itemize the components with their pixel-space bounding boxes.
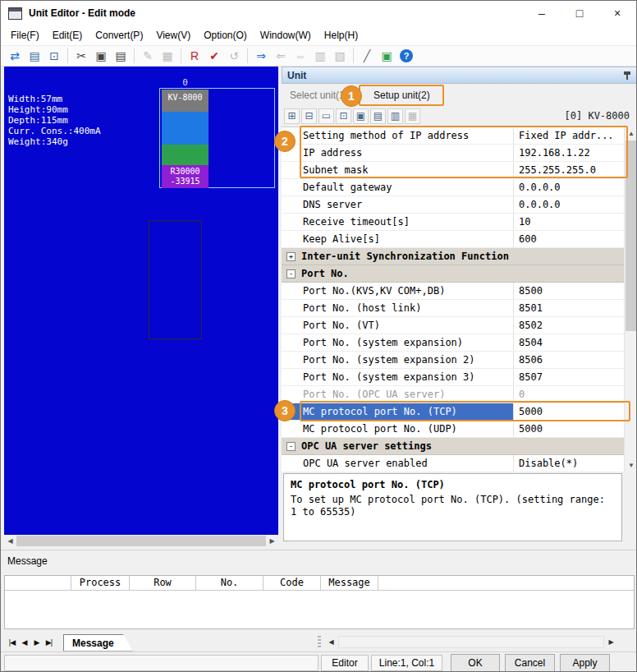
property-row[interactable]: Port No. (system expansion)8504 <box>282 334 624 352</box>
property-name[interactable]: Port No.(KVS,KV COM+,DB) <box>282 283 514 299</box>
minimize-button[interactable]: – <box>523 1 561 25</box>
register-comment-icon[interactable]: R <box>186 47 204 65</box>
property-group-row[interactable]: -OPC UA server settings <box>282 438 624 455</box>
unit-editor-icon[interactable]: ⇄ <box>6 47 24 65</box>
property-name[interactable]: Port No. (host link) <box>282 300 514 316</box>
message-column-header[interactable]: Process <box>71 576 130 590</box>
property-row[interactable]: Port No.(KVS,KV COM+,DB)8500 <box>282 283 624 300</box>
menu-file[interactable]: File(F) <box>4 27 46 44</box>
cancel-button[interactable]: Cancel <box>505 654 555 672</box>
menu-view[interactable]: View(V) <box>149 27 197 44</box>
property-name[interactable]: Port No. (system expansion 2) <box>282 352 514 368</box>
cut-icon[interactable]: ✂ <box>72 47 90 65</box>
hscrollbar-thumb[interactable] <box>16 536 266 546</box>
property-row[interactable]: OPC UA server enabledDisable(*) <box>282 455 624 472</box>
property-value[interactable]: 8500 <box>514 283 624 299</box>
property-row[interactable]: DNS server0.0.0.0 <box>282 196 624 214</box>
scroll-right-icon[interactable] <box>266 535 278 547</box>
expand-all-icon[interactable]: ⊞ <box>284 108 300 124</box>
property-value[interactable]: 10 <box>514 214 624 230</box>
collapse-icon[interactable]: - <box>286 269 296 278</box>
property-name[interactable]: Receive timeout[s] <box>282 214 514 230</box>
property-value[interactable]: 8504 <box>514 334 624 351</box>
tab-select-unit[interactable]: Select unit(1) <box>290 90 348 101</box>
expand-icon[interactable]: + <box>286 252 296 261</box>
property-value[interactable]: 8506 <box>514 352 624 368</box>
property-value[interactable]: 0 <box>514 386 624 403</box>
property-row[interactable]: Port No. (system expansion 3)8507 <box>282 369 624 386</box>
property-name[interactable]: OPC UA server enabled <box>282 455 514 472</box>
property-row[interactable]: Default gateway0.0.0.0 <box>282 179 624 196</box>
property-value[interactable]: 0.0.0.0 <box>514 196 624 213</box>
verify-icon[interactable]: ✔ <box>205 47 223 65</box>
tool-settings-icon[interactable]: ╱ <box>358 47 376 65</box>
message-horizontal-scrollbar[interactable] <box>324 635 618 649</box>
property-value[interactable]: 0.0.0.0 <box>514 179 624 196</box>
comment-icon[interactable]: ⊡ <box>336 108 351 124</box>
next-row-icon[interactable]: ▶ <box>30 636 43 650</box>
property-row[interactable]: Keep Alive[s]600 <box>282 231 624 248</box>
property-name[interactable]: Port No. (system expansion) <box>282 334 514 351</box>
copy-image-icon[interactable]: ▥ <box>387 108 403 124</box>
message-column-header[interactable]: Row <box>130 576 196 590</box>
prev-row-icon[interactable]: ◀ <box>18 636 30 650</box>
property-value[interactable]: 8507 <box>514 369 624 385</box>
message-column-header[interactable]: No. <box>196 576 264 590</box>
property-row[interactable]: Port No. (host link)8501 <box>282 300 624 317</box>
property-row[interactable]: Receive timeout[s]10 <box>282 214 624 231</box>
property-row[interactable]: MC protocol port No. (UDP)5000 <box>282 421 624 438</box>
scroll-left-icon[interactable] <box>4 535 16 547</box>
monitor-icon[interactable]: ▣ <box>378 47 396 65</box>
property-value[interactable]: 8501 <box>514 300 624 316</box>
collapse-all-icon[interactable]: ⊟ <box>301 108 317 124</box>
message-column-header[interactable]: Code <box>264 576 321 590</box>
copy-icon[interactable]: ▣ <box>92 47 110 65</box>
ok-button[interactable]: OK <box>451 654 500 672</box>
menu-option[interactable]: Option(O) <box>197 27 254 44</box>
scroll-right-icon[interactable] <box>604 635 618 649</box>
menu-help[interactable]: Help(H) <box>318 27 364 44</box>
copy-page-icon[interactable]: ▤ <box>25 47 44 65</box>
property-value[interactable]: Disable(*) <box>514 455 624 472</box>
property-value[interactable]: 600 <box>514 231 624 247</box>
collapse-icon[interactable]: - <box>286 442 296 451</box>
property-name[interactable]: Port No. (system expansion 3) <box>282 369 514 385</box>
menu-convert[interactable]: Convert(P) <box>89 27 149 44</box>
maximize-button[interactable]: □ <box>561 1 598 25</box>
window-capture-icon[interactable]: ⊡ <box>45 47 63 65</box>
property-group-row[interactable]: -Port No. <box>282 265 624 283</box>
property-name[interactable]: Port No. (OPC UA server) <box>282 386 514 403</box>
property-group-row[interactable]: +Inter-unit Synchronization Function <box>282 248 624 265</box>
property-row[interactable]: Port No. (system expansion 2)8506 <box>282 352 624 369</box>
property-value[interactable]: 8502 <box>514 317 624 334</box>
scrollbar-track[interactable] <box>338 636 604 648</box>
scroll-left-icon[interactable] <box>324 635 338 649</box>
help-icon[interactable]: ? <box>397 47 415 65</box>
property-value[interactable]: 5000 <box>514 421 624 437</box>
transfer-to-unit-icon[interactable]: ⇒ <box>252 47 270 65</box>
first-row-icon[interactable]: |◀ <box>6 636 18 650</box>
pin-icon[interactable] <box>622 71 632 81</box>
scroll-down-icon[interactable] <box>625 458 637 472</box>
property-name[interactable]: DNS server <box>282 196 514 213</box>
last-row-icon[interactable]: ▶| <box>43 636 55 650</box>
display-setting-icon[interactable]: ▭ <box>318 108 334 124</box>
property-name[interactable]: MC protocol port No. (UDP) <box>282 421 514 437</box>
property-name[interactable]: Default gateway <box>282 179 514 196</box>
paste-icon[interactable]: ▤ <box>112 47 130 65</box>
property-name[interactable]: Port No. (VT) <box>282 317 514 334</box>
unit-layout-canvas[interactable]: Width:57mm Height:90mm Depth:115mm Curr.… <box>4 67 278 535</box>
apply-button[interactable]: Apply <box>560 654 610 672</box>
menu-window[interactable]: Window(W) <box>254 27 318 44</box>
canvas-horizontal-scrollbar[interactable] <box>4 535 278 547</box>
message-column-header[interactable] <box>5 576 71 590</box>
kv8000-unit-graphic[interactable]: KV-8000 R30000 -33915 <box>162 90 209 188</box>
tab-message[interactable]: Message <box>63 634 133 651</box>
property-name[interactable]: Keep Alive[s] <box>282 231 514 247</box>
property-row[interactable]: Port No. (VT)8502 <box>282 317 624 334</box>
menu-edit[interactable]: Edit(E) <box>46 27 89 44</box>
message-column-header[interactable]: Message <box>321 576 378 590</box>
tab-splitter-handle[interactable] <box>318 636 321 648</box>
capture-icon[interactable]: ▣ <box>353 108 369 124</box>
close-button[interactable]: × <box>598 1 636 25</box>
